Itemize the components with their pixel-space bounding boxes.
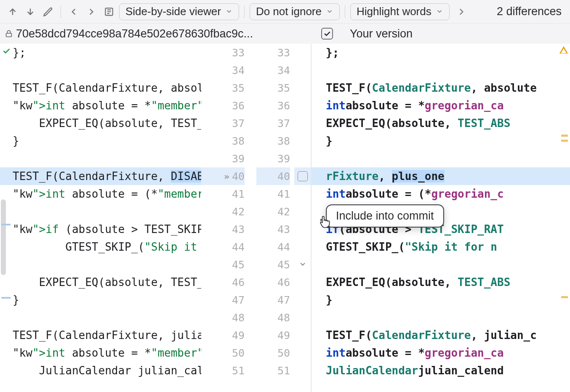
gutter-action-cell <box>294 220 311 238</box>
code-line[interactable]: "kw">int absolute = *"member">gregorian <box>0 97 201 114</box>
gutter-action-cell <box>294 203 311 220</box>
next-diff-button[interactable] <box>23 4 38 19</box>
line-number: 43 <box>201 220 245 238</box>
prev-diff-button[interactable] <box>5 4 20 19</box>
line-number: 50 <box>256 344 290 362</box>
code-line[interactable] <box>0 150 201 167</box>
code-line[interactable] <box>0 203 201 220</box>
viewer-dropdown-label: Side-by-side viewer <box>125 5 221 18</box>
code-line[interactable]: "kw">int absolute = *"member">gregorian <box>0 344 201 362</box>
code-line[interactable]: GTEST_SKIP_("Skip it fo <box>0 238 201 256</box>
line-number: 41 <box>201 185 245 203</box>
gutter-action-cell <box>294 150 311 167</box>
gutter-action-cell <box>294 256 311 273</box>
gutter-left: 33343536373839»404142434445464748495051 <box>201 44 256 392</box>
code-line[interactable]: JulianCalendar julian_cal <box>0 362 201 379</box>
code-line[interactable]: EXPECT_EQ(absolute, TEST_ <box>0 114 201 132</box>
gutter-right: 33343536373839404142434445464748495051 <box>256 44 294 392</box>
code-line[interactable]: } <box>312 291 570 309</box>
gutter-action-col <box>294 44 311 392</box>
layout-icon[interactable] <box>101 4 117 19</box>
warning-icon <box>559 45 568 58</box>
include-checkbox[interactable] <box>298 171 308 181</box>
code-line[interactable]: }; <box>312 44 570 61</box>
ignore-dropdown-label: Do not ignore <box>256 5 322 18</box>
code-line[interactable]: EXPECT_EQ(absolute, TEST_ABS <box>312 273 570 291</box>
code-line[interactable] <box>312 61 570 79</box>
line-number: 44 <box>201 238 245 256</box>
line-number: 40 <box>256 167 290 185</box>
code-line[interactable]: TEST_F(CalendarFixture, absol <box>0 79 201 97</box>
code-line[interactable]: } <box>312 132 570 150</box>
gutter-action-cell <box>294 344 311 362</box>
line-number: »40 <box>201 167 245 185</box>
left-title: 70e58dcd794cce98a784e502e678630fbac9c... <box>16 27 253 40</box>
line-number: 49 <box>201 326 245 344</box>
code-line[interactable]: } <box>0 132 201 150</box>
code-line[interactable]: EXPECT_EQ(absolute, TEST_ABS <box>312 114 570 132</box>
line-number: 42 <box>256 203 290 220</box>
code-line[interactable]: "kw">int absolute = (*"member">gregoria <box>0 185 201 203</box>
cursor-pointer-icon <box>318 214 333 231</box>
code-line[interactable]: TEST_F(CalendarFixture, julian_c <box>312 326 570 344</box>
include-all-checkbox[interactable] <box>321 28 333 40</box>
line-number: 43 <box>256 220 290 238</box>
line-number: 45 <box>201 256 245 273</box>
toolbar: Side-by-side viewer Do not ignore Highli… <box>0 0 570 24</box>
gutter-action-cell <box>294 273 311 291</box>
line-number: 47 <box>201 291 245 309</box>
ignore-dropdown[interactable]: Do not ignore <box>250 3 340 20</box>
gutter-action-cell <box>294 238 311 256</box>
code-line[interactable]: } <box>0 291 201 309</box>
line-number: 37 <box>256 114 290 132</box>
line-number: 44 <box>256 238 290 256</box>
minimap-marker[interactable] <box>561 140 568 142</box>
gutter-action-cell <box>294 291 311 309</box>
line-number: 47 <box>256 291 290 309</box>
code-line[interactable]: rFixture, plus_one <box>312 167 570 185</box>
line-number: 50 <box>201 344 245 362</box>
gutter-action-cell <box>294 132 311 150</box>
minimap-marker[interactable] <box>561 296 568 298</box>
gutter: 33343536373839»404142434445464748495051 … <box>201 44 311 392</box>
chevron-down-icon <box>225 5 233 18</box>
collapse-chevron-icon[interactable] <box>298 258 307 271</box>
apply-arrow-icon[interactable]: » <box>224 171 229 182</box>
viewer-dropdown[interactable]: Side-by-side viewer <box>119 3 239 20</box>
minimap-marker[interactable] <box>561 135 568 137</box>
line-number: 39 <box>256 150 290 167</box>
code-line[interactable] <box>312 150 570 167</box>
back-button[interactable] <box>66 4 81 19</box>
code-line[interactable]: "kw">if (absolute > TEST_SKIP_ <box>0 220 201 238</box>
line-number: 33 <box>256 44 290 61</box>
code-line[interactable] <box>312 309 570 326</box>
more-icon[interactable] <box>454 4 469 19</box>
code-line[interactable]: int absolute = (*gregorian_c <box>312 185 570 203</box>
code-line[interactable]: TEST_F(CalendarFixture, absolute <box>312 79 570 97</box>
line-number: 36 <box>256 97 290 114</box>
line-number: 51 <box>201 362 245 379</box>
code-line[interactable]: TEST_F(CalendarFixture, julia <box>0 326 201 344</box>
left-code-pane[interactable]: };TEST_F(CalendarFixture, absol "kw">int… <box>0 44 201 392</box>
code-line[interactable]: int absolute = *gregorian_ca <box>312 344 570 362</box>
separator <box>345 5 345 18</box>
tooltip-include-commit: Include into commit <box>326 204 444 228</box>
code-line[interactable]: }; <box>0 44 201 61</box>
code-line[interactable] <box>312 256 570 273</box>
line-number: 48 <box>256 309 290 326</box>
code-line[interactable]: int absolute = *gregorian_ca <box>312 97 570 114</box>
line-number: 38 <box>201 132 245 150</box>
code-line[interactable] <box>0 309 201 326</box>
code-line[interactable]: JulianCalendar julian_calend <box>312 362 570 379</box>
code-line[interactable]: GTEST_SKIP_("Skip it for n <box>312 238 570 256</box>
code-line[interactable] <box>0 61 201 79</box>
code-line[interactable]: TEST_F(CalendarFixture, DISAB <box>0 167 201 185</box>
forward-button[interactable] <box>84 4 99 19</box>
left-pane-header: 70e58dcd794cce98a784e502e678630fbac9c... <box>0 27 256 40</box>
line-number: 48 <box>201 309 245 326</box>
highlight-dropdown[interactable]: Highlight words <box>350 3 450 20</box>
edit-icon[interactable] <box>40 4 56 19</box>
code-line[interactable] <box>0 256 201 273</box>
code-line[interactable]: EXPECT_EQ(absolute, TEST_ <box>0 273 201 291</box>
line-number: 45 <box>256 256 290 273</box>
